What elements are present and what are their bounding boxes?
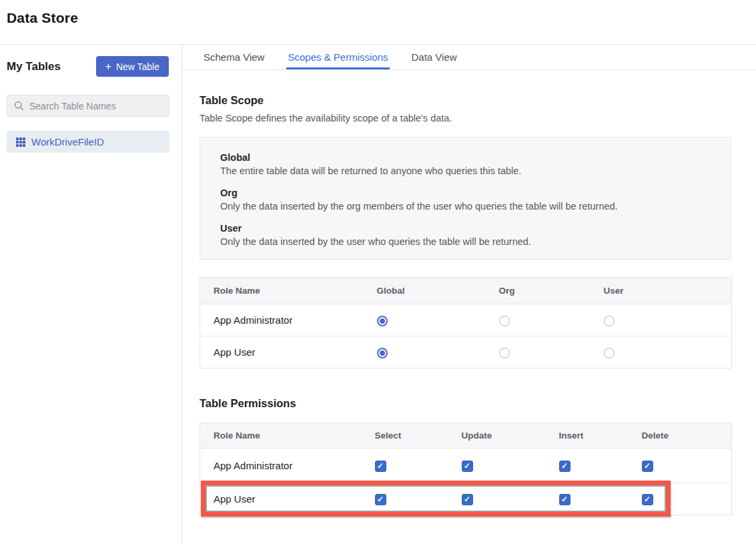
definition-term: Global <box>220 152 711 163</box>
definition-term: Org <box>220 188 711 198</box>
role-name-cell: App User <box>200 336 364 368</box>
scope-radio-user[interactable] <box>604 348 615 358</box>
permission-checkbox-select[interactable] <box>375 494 386 505</box>
scope-radio-global[interactable] <box>377 348 388 358</box>
permission-checkbox-insert[interactable] <box>559 494 571 505</box>
definition-term: User <box>220 223 711 234</box>
tab-scopes-permissions[interactable]: Scopes & Permissions <box>286 45 389 69</box>
definition-user: User Only the data inserted by the user … <box>220 223 711 247</box>
scopes-permissions-content: Table Scope Table Scope defines the avai… <box>200 70 731 515</box>
page-header: Data Store <box>0 0 756 45</box>
table-grid-icon <box>16 138 25 147</box>
plus-icon: + <box>105 61 111 72</box>
sidebar: My Tables + New Table WorkDriveFileID <box>0 45 182 544</box>
table-item-label: WorkDriveFileID <box>31 136 104 148</box>
role-name-cell: App Administrator <box>200 304 364 336</box>
table-scope-heading: Table Scope <box>200 94 731 107</box>
scope-radio-user[interactable] <box>604 316 615 326</box>
permission-checkbox-delete[interactable] <box>642 494 653 505</box>
permission-checkbox-delete[interactable] <box>642 461 653 472</box>
column-header-insert: Insert <box>546 423 629 449</box>
table-row: App User <box>200 336 732 368</box>
column-header-role-name: Role Name <box>200 423 362 449</box>
column-header-select: Select <box>362 423 448 449</box>
scope-radio-org[interactable] <box>499 348 510 358</box>
column-header-global: Global <box>364 278 486 304</box>
column-header-update: Update <box>448 423 546 449</box>
permission-checkbox-select[interactable] <box>375 461 386 472</box>
table-scope-description: Table Scope defines the availability sco… <box>200 113 731 123</box>
column-header-org: Org <box>486 278 591 304</box>
definition-description: Only the data inserted by the user who q… <box>220 236 711 247</box>
permission-checkbox-update[interactable] <box>462 494 473 505</box>
scope-radio-org[interactable] <box>499 316 510 326</box>
table-row: App Administrator <box>200 304 732 336</box>
table-permissions-heading: Table Permissions <box>200 397 731 410</box>
table-scope-table: Role Name Global Org User App Administra… <box>200 277 732 368</box>
search-icon <box>14 101 24 111</box>
table-permissions-table: Role Name Select Update Insert Delete Ap… <box>200 423 732 515</box>
permission-checkbox-update[interactable] <box>462 461 473 472</box>
column-header-delete: Delete <box>629 423 732 449</box>
tab-data-view[interactable]: Data View <box>410 45 458 69</box>
table-row: App Administrator <box>200 449 732 483</box>
scope-radio-global[interactable] <box>377 316 388 326</box>
tab-schema-view[interactable]: Schema View <box>202 45 266 69</box>
column-header-user: User <box>591 278 732 304</box>
tab-bar: Schema View Scopes & Permissions Data Vi… <box>182 45 756 70</box>
scope-table-header-row: Role Name Global Org User <box>200 278 732 304</box>
page-title: Data Store <box>7 10 749 26</box>
my-tables-heading: My Tables <box>7 60 61 73</box>
definition-org: Org Only the data inserted by the org me… <box>220 188 711 212</box>
column-header-role-name: Role Name <box>200 278 364 304</box>
search-input[interactable] <box>29 101 162 111</box>
table-permissions-wrap: Role Name Select Update Insert Delete Ap… <box>200 423 731 515</box>
table-row: App User <box>200 483 732 515</box>
permission-checkbox-insert[interactable] <box>559 461 571 472</box>
role-name-cell: App Administrator <box>200 449 362 483</box>
role-name-cell: App User <box>200 483 362 515</box>
sidebar-item-workdrivefileid[interactable]: WorkDriveFileID <box>7 131 169 153</box>
main-panel: Schema View Scopes & Permissions Data Vi… <box>182 45 756 544</box>
new-table-button[interactable]: + New Table <box>96 56 169 77</box>
scope-definitions-box: Global The entire table data will be ret… <box>200 137 731 260</box>
permissions-table-header-row: Role Name Select Update Insert Delete <box>200 423 732 449</box>
new-table-button-label: New Table <box>116 61 159 72</box>
definition-description: Only the data inserted by the org member… <box>220 201 711 212</box>
definition-global: Global The entire table data will be ret… <box>220 152 711 176</box>
table-search-box[interactable] <box>7 95 169 117</box>
definition-description: The entire table data will be returned t… <box>220 166 711 176</box>
